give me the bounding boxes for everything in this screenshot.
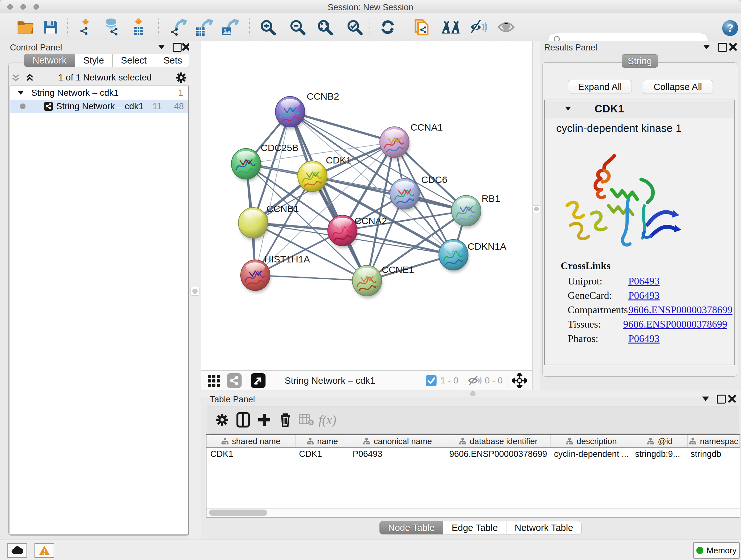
save-session-icon[interactable] — [41, 17, 61, 37]
node-label-CCNB2: CCNB2 — [307, 91, 339, 102]
tab-sets[interactable]: Sets — [155, 54, 191, 67]
table-panel-menu-icon[interactable] — [702, 396, 709, 401]
node-CDC6[interactable]: CDC6 — [390, 174, 448, 211]
section-collapse-icon[interactable] — [565, 107, 571, 111]
divider — [463, 374, 463, 388]
pan-crosshair-icon[interactable] — [512, 373, 527, 388]
network-canvas[interactable]: CCNB2CCNA1CDC25BCDK1CDC6RB1CCNB1CCNA2CDK… — [201, 41, 532, 370]
collapse-all-icon[interactable] — [11, 73, 20, 82]
table-horizontal-scrollbar[interactable] — [206, 508, 740, 517]
export-image-icon[interactable] — [220, 17, 241, 37]
import-network-database-icon[interactable] — [101, 17, 122, 37]
zoom-fit-icon[interactable] — [315, 17, 335, 37]
table-panel-title: Table Panel — [210, 395, 255, 405]
crosslink-link[interactable]: P06493 — [628, 333, 660, 344]
table-row[interactable]: CDK1CDK1P064939606.ENSP00000378699cyclin… — [206, 448, 740, 461]
node-CDC25B[interactable]: CDC25B — [231, 142, 298, 181]
crosslink-label: GeneCard: — [568, 290, 628, 301]
expand-all-button[interactable]: Expand All — [568, 80, 632, 94]
show-columns-icon[interactable] — [232, 412, 254, 428]
splitter-handle[interactable] — [191, 287, 199, 296]
tab-node-table[interactable]: Node Table — [380, 521, 443, 535]
refresh-icon[interactable] — [378, 17, 398, 37]
crosslink-link[interactable]: P06493 — [628, 290, 660, 301]
warning-icon — [38, 545, 51, 556]
warnings-button[interactable] — [35, 543, 54, 558]
open-session-icon[interactable] — [15, 17, 36, 37]
crosslink-link[interactable]: P06493 — [628, 275, 660, 287]
table-settings-gear-icon[interactable] — [212, 413, 232, 427]
hidden-counts: 0 - 0 — [485, 375, 502, 386]
collapse-all-button[interactable]: Collapse All — [643, 80, 713, 94]
node-CDKN1A[interactable]: CDKN1A — [439, 240, 507, 272]
results-panel-close-icon[interactable] — [729, 43, 737, 51]
tab-edge-table[interactable]: Edge Table — [443, 521, 507, 535]
column-header-@id[interactable]: @id — [632, 435, 688, 447]
scrollbar-thumb[interactable] — [209, 509, 267, 516]
column-header-shared-name[interactable]: shared name — [206, 435, 295, 447]
show-all-icon[interactable] — [496, 17, 516, 37]
tab-select[interactable]: Select — [113, 54, 155, 67]
memory-button[interactable]: Memory — [693, 542, 740, 559]
network-tree-child-row[interactable]: String Network – cdk1 11 48 — [10, 100, 188, 113]
left-splitter[interactable] — [189, 41, 201, 540]
node-CCNA1[interactable]: CCNA1 — [380, 122, 443, 160]
results-panel-float-icon[interactable] — [718, 43, 727, 52]
crosslink-link[interactable]: 9606.ENSP00000378699 — [628, 304, 732, 315]
node-label-CCNA2: CCNA2 — [354, 215, 387, 226]
status-bar: Memory — [0, 540, 741, 560]
import-table-icon[interactable] — [128, 17, 149, 37]
tab-style[interactable]: Style — [75, 54, 112, 67]
network-view-share-icon[interactable] — [227, 373, 242, 388]
results-tab-string[interactable]: String — [622, 54, 658, 68]
node-CCNE1[interactable]: CCNE1 — [352, 264, 414, 298]
cdk1-section-header[interactable]: CDK1 — [545, 100, 734, 117]
tree-expand-icon[interactable] — [18, 91, 23, 95]
results-panel-menu-icon[interactable] — [703, 45, 710, 49]
find-network-icon[interactable] — [441, 17, 461, 37]
network-scroll-strip[interactable] — [532, 41, 540, 390]
toolbar-separator — [249, 18, 250, 37]
crosslink-link[interactable]: 9606.ENSP00000378699 — [623, 318, 727, 330]
column-header-description[interactable]: description — [551, 435, 632, 447]
hide-selected-icon[interactable] — [468, 17, 488, 37]
column-header-database-identifier[interactable]: database identifier — [446, 435, 551, 447]
splitter-handle[interactable] — [533, 205, 540, 213]
open-in-new-window-icon[interactable] — [251, 373, 266, 388]
node-label-CCNB1: CCNB1 — [266, 203, 299, 214]
zoom-out-icon[interactable] — [287, 17, 308, 37]
add-column-icon[interactable] — [254, 413, 275, 427]
edge-HIST1H1A-CCNE1[interactable] — [255, 275, 367, 281]
export-network-icon[interactable] — [168, 17, 189, 37]
node-HIST1H1A[interactable]: HIST1H1A — [241, 254, 310, 293]
node-RB1[interactable]: RB1 — [452, 193, 500, 228]
cloud-status-button[interactable] — [7, 543, 27, 558]
tab-network-table[interactable]: Network Table — [507, 521, 582, 535]
table-panel-close-icon[interactable] — [728, 395, 736, 403]
zoom-in-icon[interactable] — [258, 17, 278, 37]
help-button[interactable]: ? — [720, 18, 740, 38]
control-panel-float-icon[interactable] — [173, 43, 182, 52]
network-options-gear-icon[interactable] — [176, 72, 187, 83]
import-network-file-icon[interactable] — [75, 17, 96, 37]
control-panel-menu-icon[interactable] — [158, 45, 165, 49]
column-header-canonical-name[interactable]: canonical name — [349, 435, 446, 447]
edge-count: 48 — [174, 101, 184, 111]
node-CCNB1[interactable]: CCNB1 — [239, 203, 299, 240]
edge-CCNB2-CCNA1[interactable] — [290, 112, 394, 142]
delete-column-icon[interactable] — [275, 412, 296, 428]
network-tree-root-row[interactable]: String Network – cdk1 1 — [10, 86, 188, 100]
selected-checkbox-icon[interactable] — [426, 375, 436, 386]
clone-network-icon[interactable] — [412, 17, 432, 37]
edge-CCNB2-HIST1H1A[interactable] — [255, 112, 290, 275]
column-header-namespac[interactable]: namespac — [688, 435, 740, 447]
table-panel-float-icon[interactable] — [717, 395, 726, 403]
grid-view-icon[interactable] — [206, 373, 222, 388]
splitter-handle[interactable] — [470, 391, 475, 396]
expand-all-icon[interactable] — [25, 73, 35, 82]
export-table-icon[interactable] — [194, 17, 215, 37]
zoom-selected-icon[interactable] — [344, 17, 365, 37]
column-header-name[interactable]: name — [295, 435, 349, 447]
horizontal-splitter[interactable] — [201, 390, 741, 397]
tab-network[interactable]: Network — [24, 54, 75, 67]
